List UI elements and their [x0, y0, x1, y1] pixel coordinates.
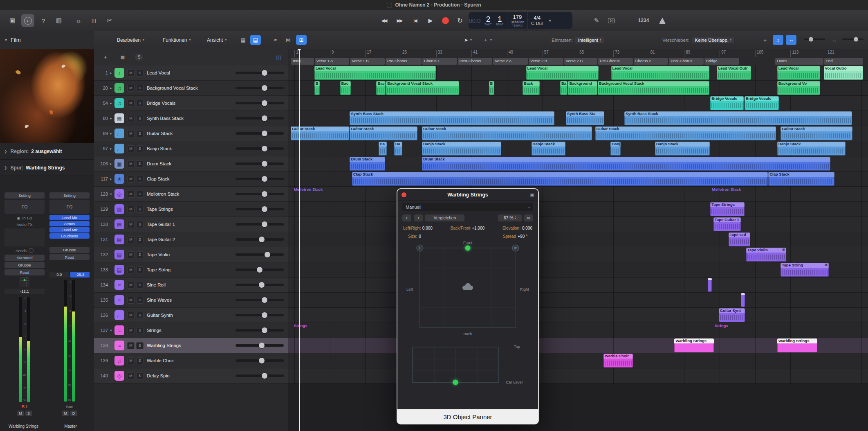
solo-button[interactable]: S	[136, 221, 144, 228]
disclosure-triangle-icon[interactable]: ▸	[108, 131, 114, 135]
section-marker[interactable]: Outro	[775, 58, 823, 65]
region[interactable]: Banjo Stack	[532, 142, 565, 156]
volume-knob[interactable]	[262, 206, 267, 212]
playhead[interactable]	[299, 49, 300, 431]
automation-icon[interactable]: ≈	[270, 35, 280, 45]
track-row[interactable]: 131▤MSTape Guitar 2	[94, 232, 288, 247]
region[interactable]: Drum Stack	[350, 157, 385, 171]
volume-knob[interactable]	[259, 343, 265, 348]
region[interactable]: Drum Stack	[422, 157, 830, 171]
track-volume-slider[interactable]	[236, 72, 284, 74]
solo-button[interactable]: S	[136, 85, 144, 92]
solo-button[interactable]: S	[136, 251, 144, 258]
track-row[interactable]: 97▸♩MSBanjo Stack	[94, 141, 288, 156]
region[interactable]: Background Vocal Stack	[598, 81, 709, 95]
region[interactable]: Banjo Stack	[777, 142, 846, 156]
input-slot[interactable]: ◉ In 1-2	[4, 215, 45, 221]
param-elevation[interactable]: Elevation:0.000	[502, 226, 532, 230]
solo-button[interactable]: S	[136, 342, 144, 349]
automation-read-button[interactable]: Read	[49, 254, 90, 260]
solo-button[interactable]: S	[136, 206, 144, 213]
volume-knob[interactable]	[262, 373, 267, 379]
surround-pan-grid[interactable]	[20, 277, 29, 287]
vertical-zoom-icon[interactable]: ↕	[773, 35, 783, 45]
disclosure-triangle-icon[interactable]: ▸	[108, 147, 114, 151]
solo-button[interactable]: S	[136, 282, 144, 289]
region[interactable]: B	[314, 81, 320, 95]
region[interactable]: Clap Stack	[352, 172, 768, 186]
solo-button[interactable]: S	[136, 176, 144, 183]
solo-button[interactable]: S	[136, 372, 144, 379]
solo-button[interactable]: S	[136, 115, 144, 122]
mute-button[interactable]: M	[127, 70, 135, 77]
volume-knob[interactable]	[262, 85, 267, 91]
arrange-area[interactable]: 191725334149576573818997105113121IntroVe…	[288, 49, 868, 431]
play-button[interactable]: ▶	[424, 15, 437, 26]
track-inspector-row[interactable]: ❯ Spur: Warbling Strings	[0, 160, 94, 176]
lcd-display[interactable]: 00:0 2 TAKT 1 BEAT 179 Behalten TEMPO 4/…	[469, 12, 572, 29]
track-row[interactable]: 133▤MSTape String	[94, 262, 288, 278]
volume-knob[interactable]	[262, 297, 267, 303]
smart-controls-icon[interactable]: ☼	[72, 14, 85, 27]
mute-button[interactable]: M	[127, 372, 135, 379]
track-volume-slider[interactable]	[236, 329, 284, 332]
volume-knob[interactable]	[262, 70, 267, 76]
section-marker[interactable]: Verse 2 B	[528, 58, 563, 65]
mute-button[interactable]: M	[62, 411, 69, 416]
disclosure-triangle-icon[interactable]: ▸	[108, 162, 114, 166]
track-volume-slider[interactable]	[236, 359, 284, 362]
region[interactable]: Warble Choir	[603, 354, 633, 368]
solo-button[interactable]: S	[136, 191, 144, 198]
region[interactable]: Clap Stack	[768, 172, 834, 186]
volume-knob[interactable]	[262, 327, 267, 333]
disclosure-triangle-icon[interactable]: ▸	[108, 116, 114, 120]
disclosure-triangle-icon[interactable]: ▾	[108, 192, 114, 196]
track-volume-slider[interactable]	[236, 87, 284, 89]
region[interactable]: Guitar Stack	[781, 126, 852, 140]
volume-knob[interactable]	[262, 161, 267, 167]
media-browser-icon[interactable]: ▣	[6, 14, 19, 27]
mix-percent-stepper[interactable]: 67 % ▴▾	[498, 214, 522, 221]
section-marker[interactable]: Chorus 1	[422, 58, 457, 65]
go-to-beginning-button[interactable]: |◀	[409, 15, 421, 26]
track-volume-slider[interactable]	[236, 344, 284, 347]
track-volume-slider[interactable]	[236, 238, 284, 241]
region[interactable]: Background Vocal Stack	[386, 81, 459, 95]
track-row[interactable]: 130▤MSTape Guitar 1	[94, 217, 288, 232]
secondary-tool-menu[interactable]: ＋▾	[483, 36, 492, 44]
track-row[interactable]: 80▸▦MSSynth Bass Stack	[94, 111, 288, 126]
plugin-slot[interactable]: Level Mtr	[49, 215, 90, 220]
preset-dropdown[interactable]: Manuell ▾	[402, 203, 533, 211]
section-marker[interactable]: Chorus 2	[633, 58, 668, 65]
volume-knob[interactable]	[262, 312, 267, 318]
region[interactable]: Tape String▣	[781, 263, 828, 277]
automation-read-button[interactable]: Read	[4, 269, 45, 275]
surround-panner[interactable]: Front Back Left Right L R	[406, 240, 529, 338]
mute-button[interactable]: M	[127, 297, 135, 304]
solo-button[interactable]: S	[136, 130, 144, 137]
region[interactable]: Tape Strings	[710, 202, 744, 216]
track-row[interactable]: 140◎MSDelay Spin	[94, 368, 288, 384]
volume-knob[interactable]	[262, 100, 267, 106]
volume-knob[interactable]	[262, 146, 267, 151]
link-icon[interactable]: ∞	[524, 214, 533, 221]
region[interactable]: Guitar Synt	[719, 308, 745, 322]
snap-dropdown[interactable]: Einrasten: Intelligent ▴▾	[552, 35, 604, 45]
section-marker[interactable]: Intro	[291, 58, 314, 65]
track-row[interactable]: 128▾◎MSMellotron Stack	[94, 187, 288, 202]
volume-knob[interactable]	[259, 237, 265, 242]
waveform-zoom-icon[interactable]: ↔	[829, 35, 840, 45]
mute-button[interactable]: M	[127, 176, 135, 183]
record-enable-letter[interactable]: R	[22, 404, 25, 409]
disclosure-triangle-icon[interactable]: ▸	[108, 86, 114, 90]
region[interactable]: Lead Vocal	[777, 66, 820, 80]
volume-knob[interactable]	[262, 115, 267, 121]
mixer-icon[interactable]: |||	[87, 14, 101, 27]
region[interactable]: Back	[523, 81, 540, 95]
marquee-tool-icon[interactable]: ⊞	[296, 35, 307, 45]
solo-button[interactable]: S	[136, 297, 144, 304]
mute-button[interactable]: M	[127, 221, 135, 228]
mute-button[interactable]: M	[127, 85, 135, 92]
peak-value[interactable]: -26,4	[70, 272, 90, 278]
elevation-panner[interactable]: Top Ear Level	[410, 344, 526, 385]
